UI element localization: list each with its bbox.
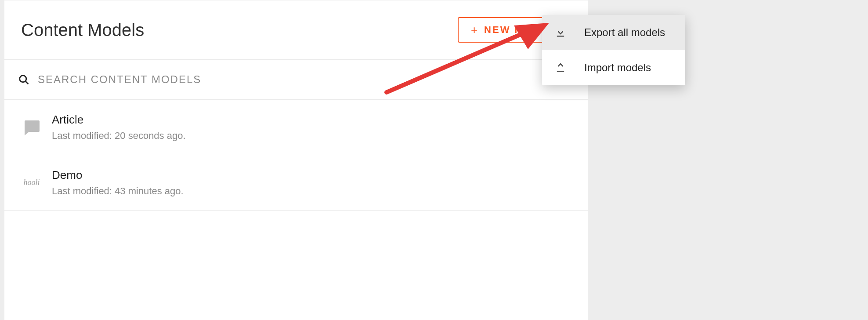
menu-item-export[interactable]: Export all models	[542, 15, 685, 50]
list-item[interactable]: hooli Demo Last modified: 43 minutes ago…	[4, 155, 588, 211]
list-item[interactable]: Article Last modified: 20 seconds ago.	[4, 100, 588, 155]
menu-item-import[interactable]: Import models	[542, 50, 685, 85]
page-title: Content Models	[21, 20, 144, 40]
menu-item-label: Import models	[584, 62, 651, 74]
search-icon	[18, 73, 30, 86]
upload-icon	[554, 62, 567, 74]
svg-line-1	[25, 81, 28, 84]
menu-item-label: Export all models	[584, 26, 665, 39]
more-actions-menu: Export all models Import models	[542, 15, 685, 85]
svg-rect-3	[557, 71, 564, 72]
svg-point-0	[20, 76, 26, 82]
plus-icon: +	[471, 24, 479, 36]
svg-rect-2	[557, 36, 564, 37]
search-input[interactable]	[38, 73, 561, 86]
list-item-subtitle: Last modified: 20 seconds ago.	[52, 130, 186, 142]
model-list: Article Last modified: 20 seconds ago. h…	[4, 100, 588, 211]
list-item-title: Article	[52, 113, 186, 127]
chat-icon	[19, 115, 44, 140]
list-item-text: Article Last modified: 20 seconds ago.	[52, 113, 186, 142]
search-bar	[4, 60, 588, 100]
list-item-subtitle: Last modified: 43 minutes ago.	[52, 185, 184, 197]
hooli-icon: hooli	[19, 171, 44, 195]
download-icon	[554, 26, 567, 39]
header: Content Models + NEW MODEL	[4, 0, 588, 60]
main-panel: Content Models + NEW MODEL	[4, 0, 588, 320]
list-item-title: Demo	[52, 168, 184, 182]
list-item-text: Demo Last modified: 43 minutes ago.	[52, 168, 184, 197]
